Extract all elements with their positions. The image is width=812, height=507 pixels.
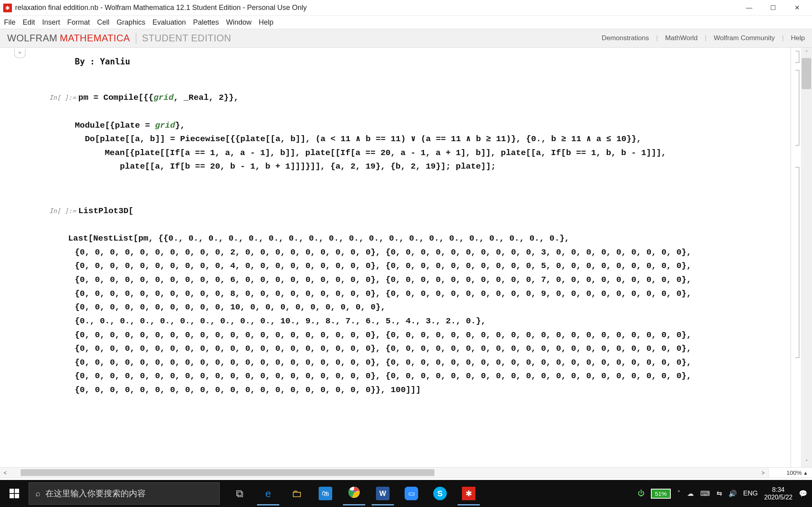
link-demonstrations[interactable]: Demonstrations <box>602 34 649 42</box>
link-mathworld[interactable]: MathWorld <box>665 34 698 42</box>
code-line[interactable]: Last[NestList[pm, {{0., 0., 0., 0., 0., … <box>23 232 767 246</box>
onedrive-icon[interactable]: ☁ <box>687 490 694 498</box>
word-icon: W <box>376 487 389 500</box>
menu-edit[interactable]: Edit <box>23 18 35 27</box>
system-tray: ⏻ 51% ˄ ☁ ⌨ ⇆ 🔊 ENG 8:34 2020/5/22 💬 <box>638 486 812 501</box>
taskbar-search[interactable]: ⌕ 在这里输入你要搜索的内容 <box>29 482 220 505</box>
chrome-app[interactable] <box>340 482 368 505</box>
app-icon: ✱ <box>3 4 12 12</box>
brand-wolfram: WOLFRAM <box>7 33 57 44</box>
input-cell-1[interactable]: In[ ]:= pm = Compile[{{grid, _Real, 2}}, <box>23 78 767 119</box>
brand-bar: WOLFRAM MATHEMATICA STUDENT EDITION Demo… <box>0 29 812 48</box>
separator: | <box>656 34 658 42</box>
close-button[interactable]: ✕ <box>785 0 809 16</box>
store-app[interactable]: 🛍 <box>311 482 340 505</box>
menu-bar: File Edit Insert Format Cell Graphics Ev… <box>0 16 812 29</box>
scroll-right-icon[interactable]: > <box>758 468 768 478</box>
task-view-button[interactable]: ⧉ <box>225 482 254 505</box>
code-line[interactable]: {0, 0, 0, 0, 0, 0, 0, 0, 0, 0, 0, 0, 0, … <box>23 342 767 356</box>
add-cell-button[interactable]: + <box>14 49 25 58</box>
word-app[interactable]: W <box>368 482 397 505</box>
code-line[interactable]: {0, 0, 0, 0, 0, 0, 0, 0, 0, 0, 0, 0, 0, … <box>23 369 767 383</box>
menu-window[interactable]: Window <box>226 18 251 27</box>
scroll-left-icon[interactable]: < <box>0 468 10 478</box>
code-line[interactable]: {0, 0, 0, 0, 0, 0, 0, 0, 0, 0, 10, 0, 0,… <box>23 301 767 315</box>
brand-mathematica: MATHEMATICA <box>60 33 130 44</box>
folder-icon: 🗀 <box>292 488 302 500</box>
cell-bracket[interactable] <box>795 167 799 358</box>
chevron-up-icon[interactable]: ˄ <box>677 490 681 498</box>
edge-app[interactable]: e <box>254 482 282 505</box>
hscroll-track[interactable] <box>10 468 758 478</box>
zoom-value: 100% <box>787 469 802 476</box>
search-placeholder: 在这里输入你要搜索的内容 <box>45 488 146 499</box>
link-community[interactable]: Wolfram Community <box>714 34 775 42</box>
power-icon[interactable]: ⏻ <box>638 490 645 497</box>
menu-file[interactable]: File <box>4 18 16 27</box>
start-button[interactable] <box>0 489 29 498</box>
code-line[interactable]: {0, 0, 0, 0, 0, 0, 0, 0, 0, 0, 2, 0, 0, … <box>23 246 767 260</box>
scroll-up-icon[interactable]: ˄ <box>801 48 812 58</box>
maximize-button[interactable]: ☐ <box>761 0 785 16</box>
menu-cell[interactable]: Cell <box>97 18 109 27</box>
code-line[interactable]: {0, 0, 0, 0, 0, 0, 0, 0, 0, 0, 0, 0, 0, … <box>23 328 767 342</box>
hscroll-thumb[interactable] <box>21 469 434 476</box>
wifi-icon[interactable]: ⇆ <box>717 490 722 498</box>
input-cell-2[interactable]: In[ ]:= ListPlot3D[ <box>23 190 767 232</box>
code-line[interactable]: Do[plate[[a, b]] = Piecewise[{{plate[[a,… <box>23 132 767 146</box>
code-line[interactable]: Module[{plate = grid}, <box>23 119 767 133</box>
mathematica-icon: ✱ <box>462 487 475 500</box>
menu-insert[interactable]: Insert <box>42 18 60 27</box>
menu-palettes[interactable]: Palettes <box>193 18 219 27</box>
explorer-app[interactable]: 🗀 <box>282 482 311 505</box>
task-view-icon: ⧉ <box>236 488 243 500</box>
menu-help[interactable]: Help <box>259 18 273 27</box>
menu-format[interactable]: Format <box>67 18 90 27</box>
code-line[interactable]: Mean[{plate[[If[a == 1, a, a - 1], b]], … <box>23 146 767 160</box>
scroll-thumb[interactable] <box>802 58 811 89</box>
zoom-app[interactable]: ▭ <box>397 482 426 505</box>
link-help[interactable]: Help <box>791 34 805 42</box>
scroll-down-icon[interactable]: ˅ <box>801 457 812 467</box>
vertical-scrollbar[interactable]: ˄ ˅ <box>801 48 812 467</box>
cell-bracket[interactable] <box>795 70 799 146</box>
battery-indicator[interactable]: 51% <box>651 489 671 499</box>
menu-evaluation[interactable]: Evaluation <box>152 18 186 27</box>
menu-graphics[interactable]: Graphics <box>117 18 145 27</box>
store-icon: 🛍 <box>319 487 332 500</box>
minimize-button[interactable]: — <box>737 0 761 16</box>
brand-edition: STUDENT EDITION <box>136 33 231 44</box>
search-icon: ⌕ <box>35 489 41 498</box>
volume-icon[interactable]: 🔊 <box>728 490 737 498</box>
date: 2020/5/22 <box>764 493 793 501</box>
code-line[interactable]: {0, 0, 0, 0, 0, 0, 0, 0, 0, 0, 0, 0, 0, … <box>23 383 767 397</box>
svg-rect-0 <box>10 489 14 493</box>
skype-icon: S <box>433 487 447 500</box>
cell-bracket[interactable] <box>795 51 799 63</box>
code-line[interactable]: {0, 0, 0, 0, 0, 0, 0, 0, 0, 0, 4, 0, 0, … <box>23 259 767 273</box>
clock[interactable]: 8:34 2020/5/22 <box>764 486 793 501</box>
code-line[interactable]: {0, 0, 0, 0, 0, 0, 0, 0, 0, 0, 6, 0, 0, … <box>23 273 767 287</box>
in-label: In[ ]:= <box>49 93 68 103</box>
document-area: + By : Yanliu In[ ]:= pm = Compile[{{gri… <box>0 48 812 467</box>
skype-app[interactable]: S <box>426 482 454 505</box>
cell-bracket-gutter[interactable] <box>791 48 801 467</box>
svg-rect-3 <box>15 494 19 498</box>
code-line[interactable]: plate[[a, If[b == 20, b - 1, b + 1]]]}]]… <box>23 160 767 174</box>
keyboard-icon[interactable]: ⌨ <box>700 490 710 498</box>
scroll-track[interactable] <box>801 58 812 457</box>
taskbar: ⌕ 在这里输入你要搜索的内容 ⧉ e 🗀 🛍 W ▭ S ✱ ⏻ 51% ˄ ☁… <box>0 480 812 507</box>
time: 8:34 <box>764 486 793 493</box>
code-line[interactable]: {0, 0, 0, 0, 0, 0, 0, 0, 0, 0, 0, 0, 0, … <box>23 356 767 370</box>
notifications-icon[interactable]: 💬 <box>799 490 807 498</box>
language-indicator[interactable]: ENG <box>743 490 758 497</box>
chevron-up-icon[interactable]: ▴ <box>804 469 807 476</box>
separator: | <box>705 34 707 42</box>
zoom-control[interactable]: 100% ▴ <box>768 468 812 478</box>
window-title-bar: ✱ relaxation final eddition.nb - Wolfram… <box>0 0 812 16</box>
code-line[interactable]: {0., 0., 0., 0., 0., 0., 0., 0., 0., 0.,… <box>23 315 767 328</box>
code-line[interactable]: {0, 0, 0, 0, 0, 0, 0, 0, 0, 0, 8, 0, 0, … <box>23 287 767 301</box>
notebook[interactable]: + By : Yanliu In[ ]:= pm = Compile[{{gri… <box>0 48 791 467</box>
zoom-icon: ▭ <box>405 487 418 500</box>
mathematica-app[interactable]: ✱ <box>454 482 483 505</box>
